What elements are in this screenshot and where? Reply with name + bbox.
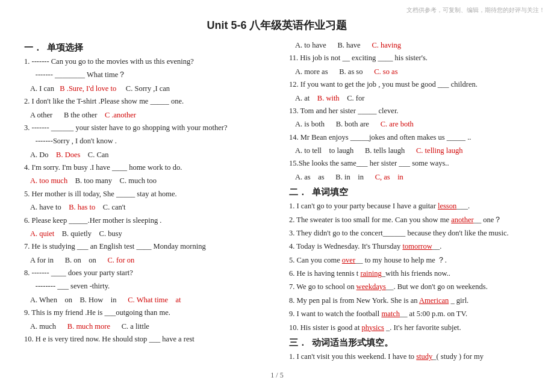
fill-q10: 10. His sister is good at physics _. It'…	[289, 322, 530, 334]
q9-text: 9. This is my friend .He is ___outgoing …	[24, 307, 277, 319]
q14-choices: A. to tell to laugh B. tells laugh C. te…	[295, 145, 530, 157]
fill-q2: 2. The sweater is too small for me. Can …	[289, 214, 530, 226]
q5-correct: B. has to	[69, 203, 95, 211]
q13: 13. Tom and her sister _____ clever. A. …	[289, 105, 530, 131]
q3-choices: A. Do B. Does C. Can	[30, 149, 277, 161]
left-column: 一． 单项选择 1. ------- Can you go to the mov…	[24, 40, 277, 366]
q12-text: 12. If you want to get the job , you mus…	[289, 79, 530, 90]
watermark: 文档供参考，可复制、编辑，期待您的好评与关注！	[406, 6, 545, 14]
verb-q1: 1. I can't visit you this weekend. I hav…	[289, 351, 530, 362]
q1-correct: B .Sure, I'd love to	[60, 84, 116, 93]
q6-correct: A. quiet	[30, 229, 54, 238]
q4-correct: A. too much	[30, 176, 67, 185]
q10-choices-text: A. to have B. have C. having	[295, 40, 530, 51]
q8-correct: C. What time at	[128, 296, 181, 304]
q6-choices: A. quiet B. quietly C. busy	[30, 228, 277, 240]
q8: 8. ------- ____ does your party start? -…	[24, 267, 277, 306]
page: 文档供参考，可复制、编辑，期待您的好评与关注！ Unit 5-6 八年级英语作业…	[0, 0, 554, 392]
fill-q4: 4. Today is Wednesday. It's Thursday tom…	[289, 241, 530, 252]
q13-correct: C. are both	[381, 120, 414, 128]
page-title: Unit 5-6 八年级英语作业习题	[24, 18, 530, 33]
q5-choices: A. have to B. has to C. can't	[30, 202, 277, 213]
fill-q3-text: 3. They didn't go to the concert______ b…	[289, 228, 530, 239]
q11: 11. His job is not __ exciting ____ his …	[289, 52, 530, 78]
q14: 14. Mr Bean enjoys _____jokes and often …	[289, 132, 530, 157]
q6-text: 6. Please keep _____.Her mother is sleep…	[24, 215, 277, 226]
q11-correct: C. so as	[374, 67, 397, 76]
q9: 9. This is my friend .He is ___outgoing …	[24, 307, 277, 332]
fill-q6-text: 6. He is having tennis t raining_with hi…	[289, 268, 530, 279]
section1-label: 一．	[24, 42, 42, 54]
q10-correct: C. having	[372, 41, 401, 49]
fill-q1-answer: lesson	[438, 202, 456, 210]
section2-header: 二． 单词填空	[289, 187, 530, 198]
fill-q5-text: 5. Can you come over__ to my house to he…	[289, 255, 530, 266]
q9-correct: B. much more	[67, 322, 110, 331]
fill-q3: 3. They didn't go to the concert______ b…	[289, 228, 530, 239]
right-column: A. to have B. have C. having 11. His job…	[289, 40, 530, 366]
section2-title: 单词填空	[312, 187, 348, 198]
fill-q10-answer: physics	[361, 323, 384, 332]
fill-q5-answer: over	[342, 256, 355, 264]
section1-title: 单项选择	[47, 42, 83, 54]
q4-text: 4. I'm sorry. I'm busy .I have ____ home…	[24, 162, 277, 173]
q7-correct: C. for on	[107, 256, 134, 264]
q15-text: 15.She looks the same___ her sister ___ …	[289, 158, 530, 169]
fill-q2-text: 2. The sweater is too small for me. Can …	[289, 214, 530, 226]
page-number: 1 / 5	[24, 371, 530, 380]
fill-q5: 5. Can you come over__ to my house to he…	[289, 255, 530, 266]
fill-q6: 6. He is having tennis t raining_with hi…	[289, 268, 530, 279]
fill-q2-answer: another	[451, 216, 473, 224]
q15: 15.She looks the same___ her sister ___ …	[289, 158, 530, 183]
q12-correct: B. with	[317, 94, 340, 102]
fill-q4-text: 4. Today is Wednesday. It's Thursday tom…	[289, 241, 530, 252]
q1: 1. ------- Can you go to the movies with…	[24, 56, 277, 95]
verb-q1-answer: study	[416, 352, 432, 361]
fill-q1-text: 1. I can't go to your party because I ha…	[289, 201, 530, 212]
q2: 2. I don't like the T-shirt .Please show…	[24, 96, 277, 121]
q7-text: 7. He is studying ___ an English test __…	[24, 241, 277, 252]
fill-q7-answer: weekdays	[356, 282, 386, 291]
content-area: 一． 单项选择 1. ------- Can you go to the mov…	[24, 40, 530, 366]
section1-header: 一． 单项选择	[24, 42, 277, 54]
fill-q1: 1. I can't go to your party because I ha…	[289, 201, 530, 212]
section2-label: 二．	[289, 187, 307, 198]
q11-text: 11. His job is not __ exciting ____ his …	[289, 52, 530, 64]
q3: 3. ------- ______ your sister have to go…	[24, 122, 277, 161]
fill-q9-answer: match	[381, 310, 400, 318]
section3-label: 三．	[289, 337, 307, 349]
q1-choices: A. I can B .Sure, I'd love to C. Sorry ,…	[30, 83, 277, 95]
fill-q9: 9. I want to watch the football match__ …	[289, 308, 530, 320]
verb-q1-text: 1. I can't visit you this weekend. I hav…	[289, 351, 530, 362]
q7: 7. He is studying ___ an English test __…	[24, 241, 277, 266]
q11-choices: A. more as B. as so C. so as	[295, 66, 530, 78]
q14-correct: C. telling laugh	[416, 146, 462, 155]
q12-choices: A. at B. with C. for	[295, 93, 530, 104]
fill-q7-text: 7. We go to school on weekdays__. But we…	[289, 281, 530, 293]
q5-text: 5. Her mother is ill today, She _____ st…	[24, 188, 277, 200]
q10-text: 10. H e is very tired now. He should sto…	[24, 334, 277, 345]
q8-line2: -------- ___ seven -thirty.	[24, 281, 277, 292]
q13-choices: A. is both B. both are C. are both	[295, 119, 530, 130]
fill-q6-answer: raining	[360, 269, 381, 278]
q4-choices: A. too much B. too many C. much too	[30, 175, 277, 187]
q15-correct: C, as in	[375, 173, 403, 181]
q3-correct: B. Does	[56, 151, 80, 159]
fill-q8-answer: American	[419, 296, 449, 305]
fill-q8-text: 8. My pen pal is from New York. She is a…	[289, 295, 530, 306]
q10-choices: A. to have B. have C. having	[289, 40, 530, 51]
q15-choices: A. as as B. in in C, as in	[295, 172, 530, 183]
q4: 4. I'm sorry. I'm busy .I have ____ home…	[24, 162, 277, 187]
fill-q4-answer: tomorrow	[402, 242, 432, 250]
q1-text: 1. ------- Can you go to the movies with…	[24, 56, 277, 67]
fill-q10-text: 10. His sister is good at physics _. It'…	[289, 322, 530, 334]
q10: 10. H e is very tired now. He should sto…	[24, 334, 277, 345]
q2-text: 2. I don't like the T-shirt .Please show…	[24, 96, 277, 107]
q2-choices: A other B the other C .another	[30, 110, 277, 121]
q3-line2: -------Sorry , I don't know .	[24, 135, 277, 147]
fill-q7: 7. We go to school on weekdays__. But we…	[289, 281, 530, 293]
fill-q9-text: 9. I want to watch the football match__ …	[289, 308, 530, 320]
q8-choices: A. When on B. How in C. What time at	[30, 294, 277, 306]
section3-header: 三． 动词适当形式填空。	[289, 337, 530, 349]
q3-text: 3. ------- ______ your sister have to go…	[24, 122, 277, 134]
